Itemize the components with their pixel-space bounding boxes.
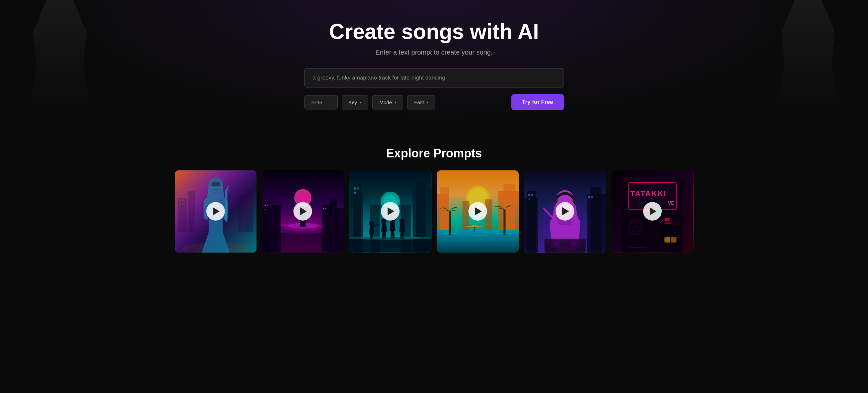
- play-overlay-2: [262, 170, 344, 252]
- search-container: [304, 68, 564, 88]
- play-overlay-4: [437, 170, 519, 252]
- play-icon-1: [213, 207, 220, 215]
- explore-section: Explore Prompts: [0, 140, 868, 266]
- bg-decoration-right: [775, 0, 841, 107]
- controls-row: Key ▾ Mode ▾ Fast ▾ Try for Free: [304, 94, 564, 110]
- key-dropdown[interactable]: Key ▾: [342, 95, 369, 110]
- prompts-grid: TATAKKI TATAKKI VE: [175, 170, 694, 252]
- hero-title: Create songs with AI: [329, 20, 539, 43]
- prompt-card-3[interactable]: [349, 170, 432, 252]
- prompt-card-6[interactable]: TATAKKI TATAKKI VE: [612, 170, 694, 252]
- play-icon-4: [475, 207, 482, 215]
- play-button-2[interactable]: [293, 202, 312, 221]
- speed-label: Fast: [414, 99, 424, 105]
- play-button-1[interactable]: [206, 202, 225, 221]
- hero-section: Create songs with AI Enter a text prompt…: [0, 0, 868, 140]
- prompt-card-4[interactable]: [437, 170, 519, 252]
- play-button-3[interactable]: [381, 202, 400, 221]
- mode-label: Mode: [379, 99, 392, 105]
- play-button-6[interactable]: [643, 202, 662, 221]
- play-overlay-6: [612, 170, 694, 252]
- play-overlay-5: [524, 170, 606, 252]
- mode-chevron-icon: ▾: [395, 100, 396, 104]
- prompt-card-1[interactable]: [175, 170, 257, 252]
- key-chevron-icon: ▾: [360, 100, 361, 104]
- explore-section-title: Explore Prompts: [13, 146, 855, 160]
- play-button-5[interactable]: [556, 202, 574, 221]
- key-label: Key: [349, 99, 357, 105]
- prompt-card-2[interactable]: [262, 170, 344, 252]
- speed-chevron-icon: ▾: [427, 100, 428, 104]
- try-for-free-button[interactable]: Try for Free: [512, 94, 564, 110]
- play-button-4[interactable]: [468, 202, 487, 221]
- play-overlay-3: [349, 170, 432, 252]
- play-icon-3: [388, 207, 394, 215]
- song-prompt-input[interactable]: [304, 68, 564, 88]
- play-overlay-1: [175, 170, 257, 252]
- play-icon-6: [650, 207, 656, 215]
- bg-decoration-left: [27, 0, 93, 107]
- bpm-input[interactable]: [304, 95, 338, 110]
- mode-dropdown[interactable]: Mode ▾: [372, 95, 403, 110]
- prompt-card-5[interactable]: [524, 170, 606, 252]
- play-icon-5: [562, 207, 569, 215]
- hero-subtitle: Enter a text prompt to create your song.: [375, 49, 492, 56]
- speed-dropdown[interactable]: Fast ▾: [407, 95, 435, 110]
- play-icon-2: [300, 207, 307, 215]
